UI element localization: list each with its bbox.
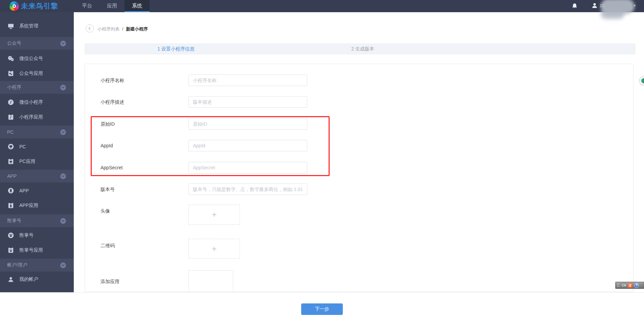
field-label-miniprogram-name: 小程序名称	[101, 75, 124, 86]
chevron-down-icon[interactable]	[60, 262, 66, 268]
notification-bell-icon[interactable]	[571, 3, 578, 9]
vest-app-icon	[7, 202, 14, 209]
add-application-box[interactable]	[188, 270, 233, 292]
sidebar-item-wechat-official[interactable]: 微信公众号	[0, 51, 74, 66]
chevron-down-icon[interactable]	[60, 129, 66, 135]
plus-icon: +	[212, 244, 217, 254]
monitor-icon	[7, 23, 14, 29]
original-id-input[interactable]	[188, 118, 307, 130]
field-label-version-number: 版本号	[101, 184, 115, 195]
app-page: 未来鸟引擎 平台 应用 系统 15 ▾ 系统管理 公众号	[0, 0, 644, 319]
field-label-appid: AppId	[101, 140, 113, 151]
miniprogram-icon	[7, 99, 14, 106]
privacy-blur-overlay	[601, 9, 624, 19]
sidebar-section-accounts-users[interactable]: 帐户/用户	[0, 258, 74, 272]
breadcrumb-separator: /	[122, 26, 124, 31]
wizard-steps-bar: 1 设置小程序信息 2 生成版本	[85, 43, 636, 55]
sidebar-item-app[interactable]: APP	[0, 183, 74, 198]
sidebar-section-official-account[interactable]: 公众号	[0, 37, 74, 50]
back-button[interactable]	[86, 24, 94, 33]
edge-floating-widget[interactable]	[639, 76, 644, 85]
sogou-logo-icon[interactable]: S	[628, 283, 632, 288]
nav-item-application[interactable]: 应用	[99, 0, 125, 12]
nav-item-system[interactable]: 系统	[125, 0, 150, 12]
breadcrumb-parent[interactable]: 小程序列表	[97, 26, 119, 31]
miniprogram-description-input[interactable]	[188, 96, 307, 108]
form-card: 小程序名称 小程序描述 原始ID AppId AppSecret 版本号 头像 …	[85, 64, 634, 292]
miniprogram-name-input[interactable]	[188, 75, 307, 86]
breadcrumb-current: 新建小程序	[126, 26, 148, 31]
sidebar-item-pc-app[interactable]: PC应用	[0, 154, 74, 169]
sidebar-section-pc[interactable]: PC	[0, 125, 74, 139]
user-avatar-icon	[591, 2, 598, 9]
brand-logo[interactable]: 未来鸟引擎	[9, 1, 58, 12]
vest-wechat-icon	[7, 70, 14, 77]
step-2-generate-version: 2 生成版本	[351, 43, 374, 55]
sidebar-item-wechat-miniprogram[interactable]: 微信小程序	[0, 95, 74, 110]
footer-bar: 下一步	[0, 292, 644, 319]
field-label-appsecret: AppSecret	[101, 162, 123, 173]
brand-name: 未来鸟引擎	[21, 1, 58, 11]
breadcrumb: 小程序列表 / 新建小程序	[97, 26, 148, 32]
sidebar-item-app-app[interactable]: APP应用	[0, 198, 74, 213]
field-label-miniprogram-description: 小程序描述	[101, 96, 124, 108]
field-label-original-id: 原始ID	[101, 118, 115, 130]
paw-circle-icon	[7, 232, 14, 239]
pinwheel-logo-icon	[9, 1, 19, 11]
vest-paw-icon	[7, 247, 14, 254]
chevron-down-icon[interactable]	[60, 218, 66, 224]
appsecret-input[interactable]	[188, 162, 307, 173]
next-step-button[interactable]: 下一步	[301, 303, 343, 315]
version-number-input[interactable]	[188, 184, 307, 195]
sidebar-item-pc[interactable]: PC	[0, 139, 74, 154]
step-1-setup-info: 1 设置小程序信息	[157, 43, 195, 55]
plus-icon: +	[212, 210, 217, 219]
chevron-down-icon[interactable]	[60, 85, 66, 90]
drag-handle-icon[interactable]	[617, 283, 620, 288]
field-label-add-application: 添加应用	[101, 278, 119, 285]
user-icon	[7, 276, 14, 283]
sidebar-item-official-account-app[interactable]: 公众号应用	[0, 66, 74, 81]
chevron-down-icon[interactable]	[60, 41, 66, 46]
wechat-icon	[7, 55, 14, 62]
help-icon[interactable]: ?	[634, 283, 639, 288]
sidebar-section-xiongzhanghao[interactable]: 熊掌号	[0, 214, 74, 228]
sidebar-item-xiongzhanghao-app[interactable]: 熊掌号应用	[0, 243, 74, 257]
top-nav: 平台 应用 系统	[74, 0, 150, 12]
appid-input[interactable]	[188, 140, 307, 151]
qrcode-upload-box[interactable]: +	[188, 239, 240, 259]
nav-item-platform[interactable]: 平台	[74, 0, 99, 12]
sidebar-section-app[interactable]: APP	[0, 169, 74, 183]
chevron-down-icon[interactable]	[60, 173, 66, 179]
avatar-upload-box[interactable]: +	[188, 205, 240, 225]
sidebar: 系统管理 公众号 微信公众号 公众号应用 小程序 微信小程序 小程序应用 PC	[0, 12, 74, 292]
field-label-avatar: 头像	[101, 208, 110, 214]
sidebar-section-miniprogram[interactable]: 小程序	[0, 81, 74, 94]
vest-pc-icon	[7, 158, 14, 165]
ime-language-indicator[interactable]: CH	[622, 283, 626, 288]
app-circle-icon	[7, 187, 14, 194]
chevron-left-icon	[88, 27, 91, 30]
sidebar-item-system-management[interactable]: 系统管理	[0, 19, 74, 34]
sidebar-item-my-account[interactable]: 我的帐户	[0, 272, 74, 287]
sidebar-item-miniprogram-app[interactable]: 小程序应用	[0, 110, 74, 124]
pc-circle-icon	[7, 143, 14, 150]
sidebar-item-xiongzhanghao[interactable]: 熊掌号	[0, 228, 74, 243]
field-label-qrcode: 二维码	[101, 242, 115, 249]
top-header: 未来鸟引擎 平台 应用 系统 15 ▾	[0, 0, 644, 12]
vest-miniprogram-icon	[7, 114, 14, 121]
ime-toolbar[interactable]: CH S ?	[615, 282, 644, 289]
